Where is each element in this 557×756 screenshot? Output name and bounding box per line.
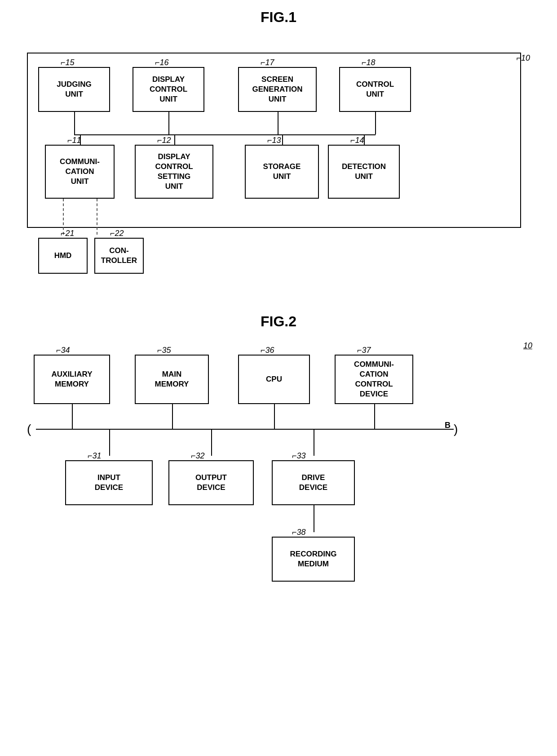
box-display-setting-unit: DISPLAYCONTROLSETTINGUNIT bbox=[135, 145, 213, 199]
ref-18: ⌐18 bbox=[362, 58, 376, 67]
line-display-control-down bbox=[168, 112, 169, 134]
box-communication-unit: COMMUNI-CATIONUNIT bbox=[45, 145, 115, 199]
line-control-down bbox=[375, 112, 376, 134]
ref-31: ⌐31 bbox=[88, 451, 102, 461]
box-control-unit: CONTROLUNIT bbox=[339, 67, 411, 112]
line-bus-to-input bbox=[109, 429, 110, 456]
line-bus-to-output bbox=[211, 429, 212, 456]
box-output-device: OUTPUTDEVICE bbox=[168, 460, 254, 505]
line-to-detection bbox=[364, 134, 365, 145]
box-display-control-unit: DISPLAYCONTROLUNIT bbox=[133, 67, 204, 112]
ref-21: ⌐21 bbox=[61, 229, 75, 238]
bracket-right: ) bbox=[454, 422, 458, 436]
ref-11: ⌐11 bbox=[67, 136, 81, 145]
ref-33: ⌐33 bbox=[292, 451, 306, 461]
bracket-left: ( bbox=[27, 422, 31, 436]
ref-13: ⌐13 bbox=[267, 136, 281, 145]
ref-17: ⌐17 bbox=[261, 58, 274, 67]
line-bus-to-drive bbox=[314, 429, 314, 456]
line-to-display-set bbox=[174, 134, 175, 145]
box-storage-unit: STORAGEUNIT bbox=[245, 145, 319, 199]
line-cpu-down bbox=[274, 404, 275, 429]
box-detection-unit: DETECTIONUNIT bbox=[328, 145, 400, 199]
fig2-title: FIG.2 bbox=[9, 313, 548, 330]
dashed-right bbox=[97, 199, 97, 235]
box-hmd: HMD bbox=[38, 238, 88, 274]
ref-16: ⌐16 bbox=[155, 58, 169, 67]
box-aux-memory: AUXILIARYMEMORY bbox=[34, 355, 110, 404]
box-screen-gen-unit: SCREENGENERATIONUNIT bbox=[238, 67, 317, 112]
line-to-comm bbox=[80, 134, 81, 145]
fig1-diagram: ⌐10 ⌐15 JUDGINGUNIT ⌐16 DISPLAYCONTROLUN… bbox=[22, 35, 535, 286]
fig1-title: FIG.1 bbox=[9, 9, 548, 26]
ref-36: ⌐36 bbox=[261, 346, 274, 355]
box-recording-medium: RECORDINGMEDIUM bbox=[272, 537, 355, 582]
ref-22: ⌐22 bbox=[110, 229, 124, 238]
ref-14: ⌐14 bbox=[350, 136, 364, 145]
line-aux-down bbox=[72, 404, 73, 429]
fig2-section: FIG.2 10 ⌐34 AUXILIARYMEMORY ⌐35 MAINMEM… bbox=[9, 313, 548, 631]
ref-35: ⌐35 bbox=[157, 346, 171, 355]
hline-top-connect bbox=[74, 134, 376, 135]
fig2-diagram: 10 ⌐34 AUXILIARYMEMORY ⌐35 MAINMEMORY ⌐3… bbox=[22, 339, 535, 631]
box-drive-device: DRIVEDEVICE bbox=[272, 460, 355, 505]
line-drive-to-recording bbox=[314, 505, 314, 532]
line-comm-down bbox=[374, 404, 375, 429]
bus-label-b: B bbox=[445, 421, 451, 430]
line-screeen-gen-down bbox=[278, 112, 278, 134]
box-controller: CON-TROLLER bbox=[94, 238, 144, 274]
bus-line bbox=[36, 429, 454, 430]
ref-38: ⌐38 bbox=[292, 528, 306, 537]
fig2-ref-10: 10 bbox=[523, 341, 532, 351]
line-judging-down bbox=[74, 112, 75, 134]
box-input-device: INPUTDEVICE bbox=[65, 460, 153, 505]
ref-12: ⌐12 bbox=[157, 136, 171, 145]
ref-37: ⌐37 bbox=[357, 346, 371, 355]
fig1-section: FIG.1 ⌐10 ⌐15 JUDGINGUNIT ⌐16 DISPLAYCON… bbox=[9, 9, 548, 286]
box-cpu: CPU bbox=[238, 355, 310, 404]
box-main-memory: MAINMEMORY bbox=[135, 355, 209, 404]
line-main-down bbox=[172, 404, 173, 429]
ref-15: ⌐15 bbox=[61, 58, 75, 67]
ref-32: ⌐32 bbox=[191, 451, 205, 461]
box-judging-unit: JUDGINGUNIT bbox=[38, 67, 110, 112]
box-comm-control-device: COMMUNI-CATIONCONTROLDEVICE bbox=[335, 355, 413, 404]
line-to-storage bbox=[282, 134, 283, 145]
ref-34: ⌐34 bbox=[56, 346, 70, 355]
